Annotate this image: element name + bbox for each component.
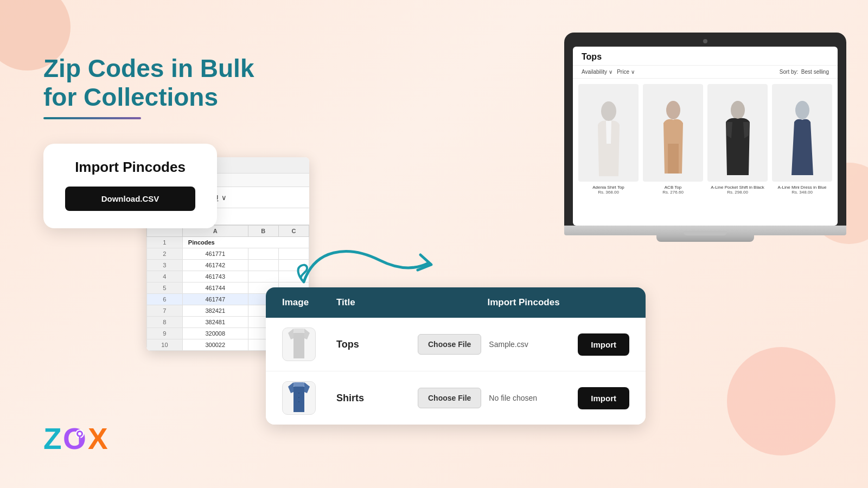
sort-label: Sort by: <box>780 69 798 75</box>
shop-products: Adenia Shirt Top Rs. 368.00 ACB Top Rs. … <box>573 79 838 200</box>
table-row: 2 461771 <box>147 248 309 260</box>
table-row-tops: Tops Choose File Sample.csv Import <box>266 318 646 371</box>
svg-point-7 <box>601 101 616 121</box>
shop-header: Tops <box>573 47 838 66</box>
import-pincodes-card: Import Pincodes Download.CSV <box>43 144 217 228</box>
import-table-panel: Image Title Import Pincodes Tops Choose … <box>266 287 646 425</box>
svg-text:O: O <box>63 422 86 455</box>
svg-rect-2 <box>293 382 304 387</box>
table-row: 4 461743 <box>147 271 309 282</box>
product-image-3 <box>707 84 768 182</box>
laptop-camera <box>703 39 707 43</box>
svg-rect-3 <box>293 387 304 412</box>
svg-point-14 <box>78 432 81 435</box>
product-card-4: A-Line Mini Dress in Blue Rs. 348.00 <box>772 84 832 195</box>
tops-image-cell <box>282 328 336 361</box>
product-price-4: Rs. 348.00 <box>772 190 832 195</box>
page-title: Zip Codes in Bulkfor Collections <box>43 54 254 112</box>
product-card-1: Adenia Shirt Top Rs. 368.00 <box>578 84 639 195</box>
import-card-heading: Import Pincodes <box>65 159 195 176</box>
product-price-1: Rs. 368.00 <box>578 190 639 195</box>
product-card-2: ACB Top Rs. 276.60 <box>643 84 703 195</box>
excel-row-1-num: 1 <box>147 237 183 248</box>
product-price-2: Rs. 276.60 <box>643 190 703 195</box>
title-underline <box>43 117 141 119</box>
filter-price[interactable]: Price ∨ <box>617 69 635 75</box>
product-image-4 <box>772 84 832 182</box>
product-name-4: A-Line Mini Dress in Blue <box>772 185 832 190</box>
svg-text:X: X <box>88 422 108 455</box>
shirts-choose-file-button[interactable]: Choose File <box>418 388 481 408</box>
zox-logo: Z O X <box>43 418 108 455</box>
table-col-import-header: Import Pincodes <box>418 297 629 308</box>
product-image-2 <box>643 84 703 182</box>
svg-point-5 <box>298 397 299 398</box>
excel-col-b-header: B <box>248 226 278 237</box>
table-body: Tops Choose File Sample.csv Import <box>266 318 646 425</box>
filters-right: Sort by: Best selling <box>780 69 829 75</box>
tops-product-icon <box>285 329 312 360</box>
product-price-3: Rs. 298.00 <box>707 190 768 195</box>
tops-import-button[interactable]: Import <box>578 333 629 356</box>
table-col-title-header: Title <box>336 297 418 308</box>
tops-title: Tops <box>336 339 418 350</box>
shop-title: Tops <box>582 52 829 62</box>
sort-value[interactable]: Best selling <box>801 69 829 75</box>
svg-rect-0 <box>293 329 304 333</box>
page-title-area: Zip Codes in Bulkfor Collections <box>43 54 254 119</box>
excel-pincodes-header: Pincodes <box>182 237 309 248</box>
laptop-screen-inner: Tops Availability ∨ Price ∨ Sort by: Bes… <box>573 47 838 226</box>
tops-thumbnail <box>282 328 316 361</box>
decorative-blob-bottom-right <box>727 347 835 455</box>
svg-point-4 <box>298 393 299 394</box>
svg-point-9 <box>731 101 745 119</box>
product-name-3: A-Line Pocket Shift in Black <box>707 185 768 190</box>
table-col-image-header: Image <box>282 297 336 308</box>
svg-point-8 <box>666 101 680 119</box>
excel-underline-extra: ∨ <box>221 194 227 202</box>
table-row-shirts: Shirts Choose File No file chosen Import <box>266 371 646 425</box>
product-card-3: A-Line Pocket Shift in Black Rs. 298.00 <box>707 84 768 195</box>
laptop-base <box>564 226 846 235</box>
shirts-import-button[interactable]: Import <box>578 387 629 409</box>
shirts-file-name: No file chosen <box>489 394 570 402</box>
shop-filters: Availability ∨ Price ∨ Sort by: Best sel… <box>573 66 838 79</box>
laptop-stand <box>656 235 754 242</box>
product-image-1 <box>578 84 639 182</box>
download-csv-button[interactable]: Download.CSV <box>65 187 195 211</box>
filter-availability[interactable]: Availability ∨ <box>582 69 612 75</box>
tops-file-name: Sample.csv <box>489 340 570 349</box>
excel-header-row: 1 Pincodes <box>147 237 309 248</box>
shirts-import-cell: Choose File No file chosen Import <box>418 387 629 409</box>
shirts-product-icon <box>285 382 312 414</box>
shirts-image-cell <box>282 381 336 415</box>
svg-rect-1 <box>293 333 304 358</box>
shirts-title: Shirts <box>336 393 418 404</box>
laptop-mockup: Tops Availability ∨ Price ∨ Sort by: Bes… <box>564 33 846 242</box>
laptop-base-notch <box>684 231 727 235</box>
zox-logo-svg: Z O X <box>43 418 108 455</box>
tops-import-cell: Choose File Sample.csv Import <box>418 333 629 356</box>
svg-point-6 <box>298 401 299 402</box>
product-name-2: ACB Top <box>643 185 703 190</box>
table-header: Image Title Import Pincodes <box>266 287 646 318</box>
filters-left: Availability ∨ Price ∨ <box>582 69 635 75</box>
excel-col-c-header: C <box>278 226 309 237</box>
product-name-1: Adenia Shirt Top <box>578 185 639 190</box>
swirl-arrow-decoration <box>293 239 434 293</box>
shirts-thumbnail <box>282 381 316 415</box>
laptop-screen-outer: Tops Availability ∨ Price ∨ Sort by: Bes… <box>564 33 846 226</box>
svg-text:Z: Z <box>43 422 62 455</box>
svg-point-10 <box>795 101 809 119</box>
tops-choose-file-button[interactable]: Choose File <box>418 334 481 355</box>
table-row: 3 461742 <box>147 260 309 271</box>
